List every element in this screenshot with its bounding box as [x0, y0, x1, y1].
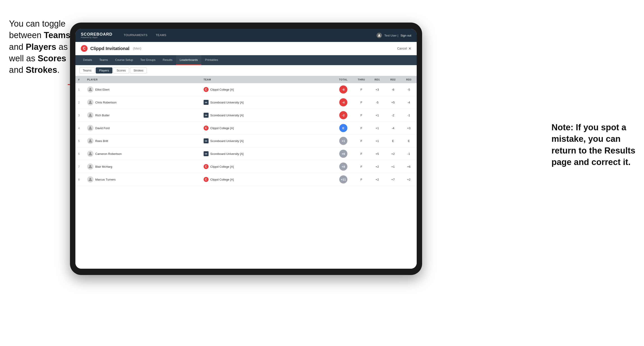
cell-rd2: +7	[385, 173, 401, 186]
tab-teams[interactable]: Teams	[96, 55, 112, 65]
leaderboard-table: # PLAYER TEAM TOTAL THRU RD1 RD2 RD3 1 E…	[76, 76, 417, 269]
right-annotation: Note: If you spot a mistake, you can ret…	[552, 122, 637, 168]
sign-out-link[interactable]: Sign out	[400, 34, 411, 37]
col-thru: THRU	[354, 76, 369, 83]
cell-rank: 1	[76, 83, 84, 96]
cell-rd2: +1	[385, 160, 401, 173]
team-name: Scoreboard University [A]	[210, 139, 244, 143]
main-nav: TOURNAMENTS TEAMS	[120, 29, 376, 42]
cell-team: SBScoreboard University [A]	[201, 148, 333, 160]
cell-team: SBScoreboard University [A]	[201, 109, 333, 122]
cell-rd3: +2	[401, 173, 417, 186]
player-name: Marcus Turners	[95, 178, 116, 181]
cell-team: CClippd College [A]	[201, 122, 333, 135]
tab-tee-groups[interactable]: Tee Groups	[137, 55, 159, 65]
team-name: Clippd College [A]	[210, 127, 234, 130]
cell-thru: F	[354, 135, 369, 148]
cell-rank: 6	[76, 148, 84, 160]
cell-rd2: +5	[385, 96, 401, 109]
cell-rank: 7	[76, 160, 84, 173]
cell-player: Rees Britt	[84, 135, 201, 148]
team-name: Clippd College [A]	[210, 178, 234, 181]
cell-player: Elliot Ebert	[84, 83, 201, 96]
player-avatar	[87, 138, 94, 144]
logo-title: SCOREBOARD	[81, 32, 112, 36]
cell-rd1: +3	[369, 83, 385, 96]
cell-rd3: +6	[401, 160, 417, 173]
tab-leaderboards[interactable]: Leaderboards	[176, 55, 201, 65]
tab-details[interactable]: Details	[80, 55, 96, 65]
team-name: Scoreboard University [A]	[210, 152, 244, 156]
cell-rd1: +2	[369, 160, 385, 173]
table-row: 4 David Ford CClippd College [A]EF+1-4+3	[76, 122, 417, 135]
svg-point-3	[90, 101, 91, 103]
svg-point-2	[90, 88, 91, 90]
sb-team-logo: SB	[204, 100, 208, 105]
cell-total: +8	[333, 160, 354, 173]
table-row: 2 Chris Robertson SBScoreboard Universit…	[76, 96, 417, 109]
player-avatar	[87, 125, 94, 131]
sb-team-logo: SB	[204, 138, 208, 143]
sub-nav: Details Teams Course Setup Tee Groups Re…	[76, 55, 417, 65]
sb-team-logo: SB	[204, 113, 208, 118]
tablet-frame: SCOREBOARD Powered by clippd TOURNAMENTS…	[70, 22, 422, 275]
cell-total: -8	[333, 83, 354, 96]
table-row: 5 Rees Britt SBScoreboard University [A]…	[76, 135, 417, 148]
cell-total: +11	[333, 173, 354, 186]
toggle-players-button[interactable]: Players	[96, 67, 112, 73]
tab-course-setup[interactable]: Course Setup	[112, 55, 137, 65]
cell-team: SBScoreboard University [A]	[201, 135, 333, 148]
cell-rank: 3	[76, 109, 84, 122]
logo-subtitle: Powered by clippd	[81, 36, 112, 39]
clippd-logo: C	[81, 45, 88, 52]
cell-team: CClippd College [A]	[201, 173, 333, 186]
player-avatar	[87, 176, 94, 182]
total-badge: +6	[339, 150, 348, 158]
svg-point-5	[90, 127, 91, 128]
table-row: 6 Cameron Robertson SBScoreboard Univers…	[76, 148, 417, 160]
col-rd1: RD1	[369, 76, 385, 83]
cell-rd2: -6	[385, 83, 401, 96]
nav-teams[interactable]: TEAMS	[152, 29, 170, 42]
player-name: Rich Butler	[95, 114, 110, 117]
cell-rd1: +1	[369, 109, 385, 122]
cell-rd3: -1	[401, 148, 417, 160]
user-label: Test User |	[384, 34, 398, 37]
total-badge: +1	[339, 137, 348, 145]
cell-total: +6	[333, 148, 354, 160]
toggle-scores-button[interactable]: Scores	[113, 67, 129, 73]
toggle-strokes-button[interactable]: Strokes	[130, 67, 147, 73]
col-team: TEAM	[201, 76, 333, 83]
cell-rd1: -5	[369, 96, 385, 109]
tournament-name: Clippd Invitational	[90, 46, 129, 51]
cell-player: Cameron Robertson	[84, 148, 201, 160]
total-badge: E	[339, 124, 348, 132]
table-row: 1 Elliot Ebert CClippd College [A]-8F+3-…	[76, 83, 417, 96]
app-header: SCOREBOARD Powered by clippd TOURNAMENTS…	[76, 29, 417, 42]
tab-results[interactable]: Results	[159, 55, 176, 65]
cell-rank: 5	[76, 135, 84, 148]
svg-point-8	[90, 165, 91, 167]
total-badge: -8	[339, 85, 348, 94]
player-avatar	[87, 86, 94, 93]
cell-rd2: E	[385, 135, 401, 148]
table-row: 8 Marcus Turners CClippd College [A]+11F…	[76, 173, 417, 186]
total-badge: -4	[339, 98, 348, 106]
nav-tournaments[interactable]: TOURNAMENTS	[120, 29, 152, 42]
cell-team: CClippd College [A]	[201, 83, 333, 96]
team-name: Clippd College [A]	[210, 165, 234, 168]
cell-rd3: +3	[401, 122, 417, 135]
cell-rd3: -5	[401, 83, 417, 96]
cell-rank: 8	[76, 173, 84, 186]
player-name: David Ford	[95, 127, 110, 130]
strokes-bold: Strokes	[26, 65, 57, 75]
cancel-button[interactable]: Cancel ✕	[397, 46, 411, 51]
cell-thru: F	[354, 109, 369, 122]
tournament-header: C Clippd Invitational (Men) Cancel ✕	[76, 42, 417, 55]
col-rd2: RD2	[385, 76, 401, 83]
toggle-teams-button[interactable]: Teams	[80, 67, 95, 73]
tab-printables[interactable]: Printables	[201, 55, 222, 65]
table-row: 7 Blair McHarg CClippd College [A]+8F+2+…	[76, 160, 417, 173]
clippd-team-logo: C	[204, 164, 208, 169]
cell-team: CClippd College [A]	[201, 160, 333, 173]
